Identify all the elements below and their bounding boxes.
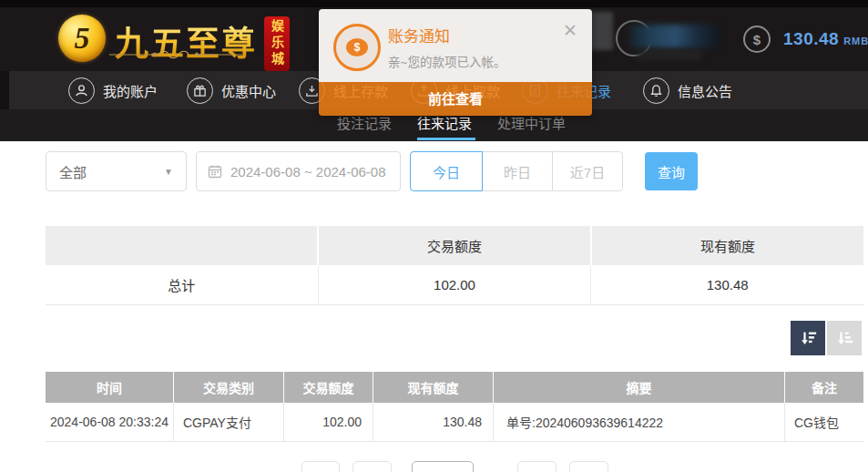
balance-amount: 130.48 bbox=[783, 29, 839, 49]
records-table: 时间 交易类别 交易额度 现有额度 摘要 备注 2024-06-08 20:33… bbox=[46, 372, 863, 442]
calendar-icon bbox=[208, 164, 222, 179]
query-button[interactable]: 查询 bbox=[645, 152, 698, 190]
site-logo[interactable]: 5 九五至尊 娱乐城 bbox=[58, 9, 290, 71]
dollar-circle-icon: $ bbox=[743, 26, 771, 53]
quick-range-group: 今日 昨日 近7日 bbox=[410, 151, 623, 191]
redacted-username bbox=[630, 25, 720, 48]
records-header-note: 备注 bbox=[785, 372, 863, 403]
logo-coin-icon: 5 bbox=[58, 15, 106, 62]
yesterday-button[interactable]: 昨日 bbox=[482, 151, 553, 191]
type-select-value: 全部 bbox=[59, 162, 87, 181]
summary-header-row: 交易额度 现有额度 bbox=[46, 226, 863, 265]
date-range-value: 2024-06-08 ~ 2024-06-08 bbox=[230, 164, 386, 180]
summary-current-amount: 130.48 bbox=[591, 265, 863, 304]
nav-left-strip bbox=[0, 71, 9, 109]
summary-table: 交易额度 现有额度 总计 102.00 130.48 bbox=[46, 226, 863, 305]
nav-item-promotions[interactable]: 优惠中心 bbox=[187, 71, 276, 109]
records-header-amount: 交易额度 bbox=[284, 372, 373, 403]
table-row: 2024-06-08 20:33:24 CGPAY支付 102.00 130.4… bbox=[46, 403, 863, 442]
summary-total-row: 总计 102.00 130.48 bbox=[46, 265, 863, 305]
bubble-dollar-glyph: $ bbox=[354, 41, 361, 54]
notification-title: 账务通知 bbox=[388, 24, 450, 46]
record-time: 2024-06-08 20:33:24 bbox=[46, 403, 174, 441]
records-header-time: 时间 bbox=[46, 372, 174, 403]
user-icon bbox=[68, 77, 95, 104]
records-header-row: 时间 交易类别 交易额度 现有额度 摘要 备注 bbox=[46, 372, 863, 403]
sort-controls bbox=[791, 321, 862, 355]
pagination-button[interactable] bbox=[352, 461, 392, 472]
dollar-glyph: $ bbox=[753, 32, 761, 47]
summary-transaction-amount: 102.00 bbox=[319, 265, 592, 304]
money-chat-icon: $ bbox=[333, 24, 381, 71]
logo-flourish-icon bbox=[107, 49, 244, 60]
nav-label: 信息公告 bbox=[678, 81, 732, 100]
wallet-balance: $ 130.48 RMB bbox=[743, 26, 868, 53]
nav-item-my-account[interactable]: 我的账户 bbox=[68, 71, 158, 109]
notification-message: 亲~您的款项已入帐。 bbox=[388, 52, 505, 70]
record-balance: 130.48 bbox=[373, 403, 494, 441]
page: 5 九五至尊 娱乐城 $ 130.48 RMB bbox=[0, 0, 868, 472]
date-range-input[interactable]: 2024-06-08 ~ 2024-06-08 bbox=[196, 151, 401, 191]
pagination-button[interactable] bbox=[569, 461, 608, 472]
nav-label: 我的账户 bbox=[103, 81, 158, 100]
go-view-button[interactable]: 前往查看 bbox=[319, 82, 592, 116]
logo-badge: 娱乐城 bbox=[264, 16, 290, 71]
pagination-button[interactable] bbox=[517, 461, 557, 472]
close-icon[interactable]: ✕ bbox=[563, 22, 577, 39]
logo-monogram: 5 bbox=[75, 21, 90, 56]
sort-ascending-icon[interactable] bbox=[827, 321, 862, 355]
redacted-user-block bbox=[590, 12, 613, 50]
summary-total-label: 总计 bbox=[46, 265, 319, 304]
summary-header-cell: 交易额度 bbox=[319, 226, 592, 265]
summary-header-cell: 现有额度 bbox=[592, 226, 863, 265]
record-note: CG钱包 bbox=[785, 403, 863, 441]
records-header-balance: 现有额度 bbox=[373, 372, 494, 403]
sort-descending-icon[interactable] bbox=[791, 321, 825, 355]
pagination-button[interactable] bbox=[301, 461, 340, 472]
nav-item-announcements[interactable]: 信息公告 bbox=[643, 71, 732, 109]
record-summary: 单号:202406093639614222 bbox=[494, 403, 785, 441]
nav-label: 优惠中心 bbox=[221, 81, 276, 100]
notification-body: $ 账务通知 亲~您的款项已入帐。 ✕ bbox=[319, 9, 592, 82]
active-tab-underline bbox=[417, 138, 475, 140]
summary-header-cell bbox=[46, 226, 319, 265]
type-select[interactable]: 全部 ▼ bbox=[46, 151, 187, 191]
last7days-button[interactable]: 近7日 bbox=[552, 151, 623, 191]
gift-icon bbox=[187, 77, 213, 104]
top-strip bbox=[0, 0, 868, 7]
notification-popup: $ 账务通知 亲~您的款项已入帐。 ✕ 前往查看 bbox=[319, 9, 592, 116]
pagination-current-page[interactable] bbox=[412, 461, 474, 472]
records-header-summary: 摘要 bbox=[494, 372, 785, 403]
balance-currency: RMB bbox=[843, 32, 868, 46]
bell-icon bbox=[643, 77, 669, 104]
chevron-down-icon: ▼ bbox=[164, 167, 173, 177]
record-type: CGPAY支付 bbox=[174, 403, 284, 441]
record-amount: 102.00 bbox=[284, 403, 373, 441]
today-button[interactable]: 今日 bbox=[410, 151, 483, 191]
redacted-user-subtext bbox=[638, 50, 701, 60]
records-header-type: 交易类别 bbox=[174, 372, 284, 403]
